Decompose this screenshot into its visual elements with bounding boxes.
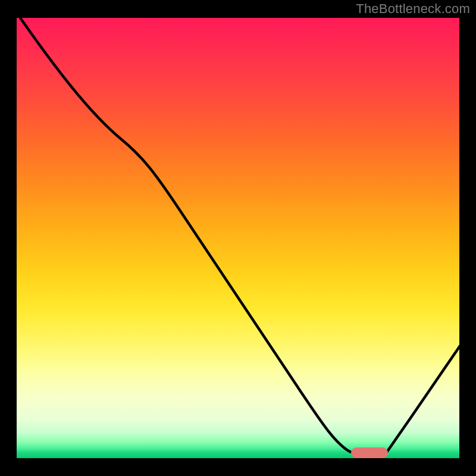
bottleneck-curve-line <box>20 18 461 452</box>
plot-border <box>15 17 461 459</box>
chart-overlay <box>0 0 476 476</box>
chart-frame: TheBottleneck.com <box>0 0 476 476</box>
optimal-zone-marker <box>351 447 388 458</box>
